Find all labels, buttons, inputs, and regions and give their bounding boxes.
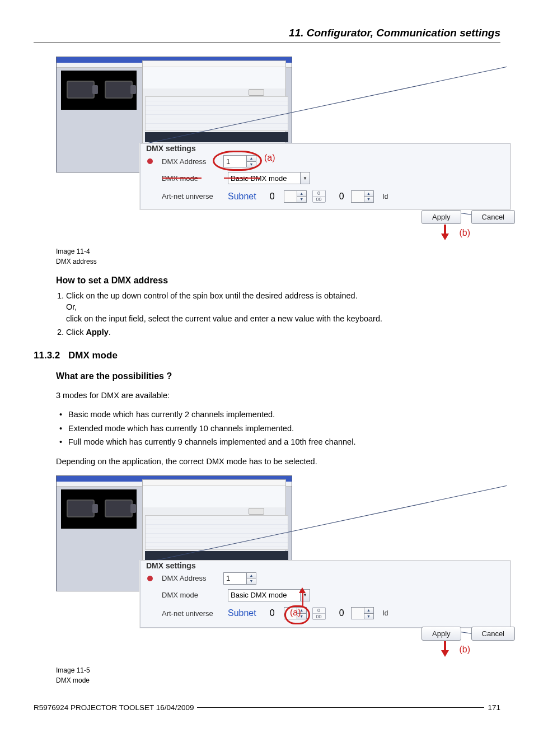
artnet-hex-display: 000 bbox=[312, 190, 326, 203]
dmx-settings-panel: DMX settings DMX Address ▲▼ DMX mode Bas… bbox=[140, 561, 510, 628]
spin-down-icon[interactable]: ▼ bbox=[297, 197, 306, 202]
dmx-address-input[interactable] bbox=[224, 573, 246, 584]
spin-down-icon[interactable]: ▼ bbox=[247, 578, 256, 584]
spin-up-icon[interactable]: ▲ bbox=[247, 573, 256, 579]
dmx-address-label: DMX Address bbox=[162, 157, 218, 166]
cancel-button[interactable]: Cancel bbox=[471, 210, 515, 224]
dmx-address-label: DMX Address bbox=[162, 574, 218, 582]
chevron-down-icon[interactable]: ▼ bbox=[300, 172, 310, 184]
artnet-subnet-link[interactable]: Subnet bbox=[228, 192, 256, 202]
artnet-subnet-value: 0 bbox=[270, 192, 275, 202]
list-item: Full mode which has currently 9 channels… bbox=[56, 436, 500, 447]
callout-circle-a bbox=[213, 151, 262, 171]
artnet-id-value: 0 bbox=[339, 608, 344, 618]
projector-icon bbox=[67, 81, 95, 99]
dmx-bullet-icon bbox=[147, 576, 153, 581]
howto-step-1: Click on the up down control of the spin… bbox=[66, 290, 500, 324]
artnet-subnet-value: 0 bbox=[270, 608, 275, 618]
section-heading: 11.3.2DMX mode bbox=[34, 350, 500, 361]
footer-page-number: 171 bbox=[488, 703, 500, 712]
dmx-mode-label: DMX mode bbox=[162, 591, 222, 599]
callout-strike bbox=[224, 178, 260, 179]
callout-b-label: (b) bbox=[459, 645, 470, 655]
button-bar: Apply Cancel bbox=[421, 210, 515, 224]
cancel-button[interactable]: Cancel bbox=[471, 627, 515, 641]
callout-arrow-b bbox=[441, 225, 449, 240]
callout-a-label: (a) bbox=[264, 153, 275, 163]
callout-arrow-a-head bbox=[299, 587, 306, 593]
footer-doc-id: R5976924 PROJECTOR TOOLSET 16/04/2009 bbox=[34, 703, 194, 712]
artnet-hex-display: 000 bbox=[312, 607, 326, 620]
artnet-universe-row: Art-net universe Subnet 0 ▲▼ 000 0 ▲▼ Id bbox=[162, 190, 388, 203]
artnet-id-value: 0 bbox=[339, 192, 344, 202]
howto-heading: How to set a DMX address bbox=[56, 276, 500, 286]
callout-arrow-b bbox=[441, 641, 449, 657]
dmx-mode-value: Basic DMX mode bbox=[228, 590, 300, 601]
dmx-settings-title: DMX settings bbox=[146, 561, 196, 570]
artnet-label: Art-net universe bbox=[162, 192, 222, 200]
button-bar: Apply Cancel bbox=[421, 627, 515, 641]
chapter-title: 11. Configurator, Communication settings bbox=[34, 27, 500, 39]
howto-steps: Click on the up down control of the spin… bbox=[56, 290, 500, 338]
callout-strike bbox=[162, 178, 202, 179]
artnet-subnet-link[interactable]: Subnet bbox=[228, 608, 256, 618]
figure-caption-text: DMX address bbox=[56, 258, 500, 265]
possibilities-heading: What are the possibilities ? bbox=[56, 371, 500, 381]
projector-icon bbox=[105, 81, 133, 99]
spin-up-icon[interactable]: ▲ bbox=[364, 191, 373, 197]
callout-arrow-a bbox=[302, 591, 303, 608]
dmx-bullet-icon bbox=[147, 158, 153, 164]
dmx-mode-row: DMX mode Basic DMX mode ▼ bbox=[162, 589, 310, 601]
list-item: Extended mode which has currently 10 cha… bbox=[56, 423, 500, 434]
dmx-address-spin[interactable]: ▲▼ bbox=[223, 572, 256, 585]
dmx-settings-panel: DMX settings DMX Address ▲▼ DMX mode Bas… bbox=[140, 143, 510, 209]
spin-down-icon[interactable]: ▼ bbox=[364, 614, 373, 619]
figure-caption-num: Image 11-4 bbox=[56, 248, 500, 255]
projector-icon bbox=[105, 500, 133, 517]
spin-up-icon[interactable]: ▲ bbox=[364, 608, 373, 614]
figure-11-4: DMX settings DMX Address ▲▼ DMX mode Bas… bbox=[56, 57, 515, 211]
apply-button[interactable]: Apply bbox=[421, 210, 461, 224]
projector-icon bbox=[67, 500, 95, 517]
possibilities-outro: Depending on the application, the correc… bbox=[56, 456, 500, 467]
apply-button[interactable]: Apply bbox=[421, 627, 461, 641]
figure-11-5: DMX settings DMX Address ▲▼ DMX mode Bas… bbox=[56, 475, 515, 629]
figure-caption-text: DMX mode bbox=[56, 676, 500, 684]
dmx-settings-title: DMX settings bbox=[146, 144, 196, 153]
dmx-mode-select[interactable]: Basic DMX mode ▼ bbox=[228, 589, 310, 601]
possibilities-list: Basic mode which has currently 2 channel… bbox=[56, 409, 500, 447]
figure-caption-num: Image 11-5 bbox=[56, 666, 500, 674]
list-item: Basic mode which has currently 2 channel… bbox=[56, 409, 500, 420]
spin-down-icon[interactable]: ▼ bbox=[364, 197, 373, 202]
artnet-universe-row: Art-net universe Subnet 0 ▲▼ 000 0 ▲▼ Id bbox=[162, 607, 388, 620]
howto-step-2: Click Apply. bbox=[66, 326, 500, 338]
artnet-id-label: Id bbox=[383, 193, 388, 200]
dmx-address-row: DMX Address ▲▼ bbox=[147, 572, 256, 585]
spin-up-icon[interactable]: ▲ bbox=[297, 191, 306, 197]
page-footer: R5976924 PROJECTOR TOOLSET 16/04/2009 17… bbox=[34, 703, 500, 712]
artnet-label: Art-net universe bbox=[162, 609, 222, 618]
artnet-id-label: Id bbox=[383, 609, 388, 617]
callout-b-label: (b) bbox=[459, 228, 470, 238]
heading-rule bbox=[34, 43, 500, 43]
possibilities-intro: 3 modes for DMX are available: bbox=[56, 390, 500, 401]
callout-a-label: (a) bbox=[290, 608, 301, 618]
